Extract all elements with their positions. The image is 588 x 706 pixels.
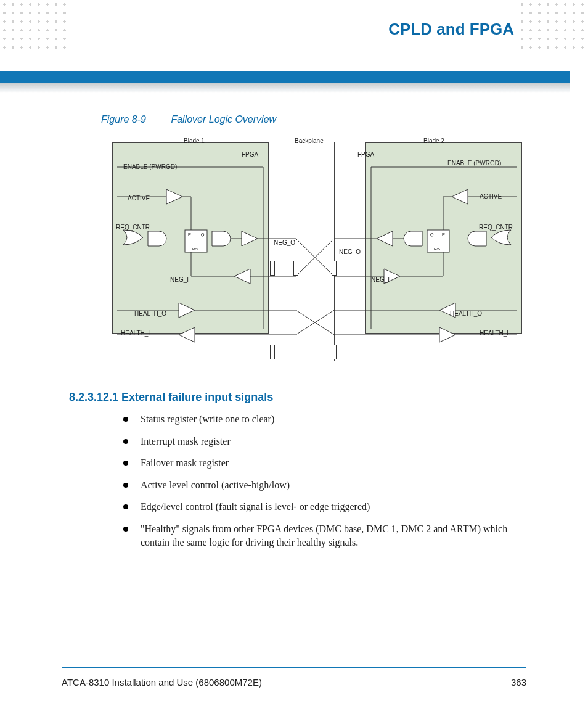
svg-text:R/S: R/S <box>192 247 198 251</box>
neg-o-right-label: NEG_O <box>339 248 361 255</box>
svg-marker-23 <box>179 327 195 342</box>
svg-text:R/S: R/S <box>434 247 440 251</box>
list-item: Status register (write one to clear) <box>123 413 526 426</box>
svg-marker-10 <box>242 231 258 246</box>
list-item: Failover mask register <box>123 456 526 470</box>
svg-marker-29 <box>452 189 468 204</box>
header-gradient <box>0 83 570 93</box>
svg-text:Q: Q <box>430 232 434 237</box>
figure-title: Failover Logic Overview <box>171 114 276 125</box>
health-i-right-label: HEALTH_I <box>480 330 508 337</box>
health-o-left-label: HEALTH_O <box>134 310 166 317</box>
chapter-title: CPLD and FPGA <box>388 20 514 39</box>
fpga-left-label: FPGA <box>242 151 258 158</box>
neg-i-right-label: NEG_I <box>371 276 390 283</box>
section-heading: 8.2.3.12.1 External failure input signal… <box>69 391 526 404</box>
neg-o-left-label: NEG_O <box>274 239 295 246</box>
svg-marker-47 <box>439 327 455 342</box>
req-cntr-right-label: REQ_CNTR <box>479 224 513 231</box>
figure-caption: Figure 8-9 Failover Logic Overview <box>101 114 526 125</box>
footer-page-number: 363 <box>511 677 526 688</box>
enable-right-label: ENABLE (PWRGD) <box>447 160 501 166</box>
page: CPLD and FPGA Figure 8-9 Failover Logic … <box>0 0 588 706</box>
content-area: Figure 8-9 Failover Logic Overview <box>62 114 526 557</box>
neg-i-left-label: NEG_I <box>170 276 189 283</box>
fpga-right-label: FPGA <box>357 151 374 158</box>
enable-left-label: ENABLE (PWRGD) <box>123 163 177 170</box>
svg-marker-14 <box>234 269 250 284</box>
header-bar <box>0 71 570 83</box>
svg-marker-37 <box>377 231 393 246</box>
svg-marker-19 <box>179 303 195 318</box>
footer-doc-title: ATCA-8310 Installation and Use (6806800M… <box>62 677 262 688</box>
footer-rule <box>62 667 526 668</box>
figure-number: Figure 8-9 <box>101 114 146 125</box>
resistor-icon <box>332 345 337 359</box>
resistor-icon <box>332 261 337 276</box>
blade-2-label: Blade 2 <box>423 138 444 144</box>
svg-text:Q: Q <box>201 232 205 237</box>
health-i-left-label: HEALTH_I <box>121 330 150 337</box>
resistor-icon <box>293 261 298 276</box>
resistor-icon <box>270 345 275 359</box>
svg-marker-2 <box>166 189 182 204</box>
bullet-list: Status register (write one to clear) Int… <box>123 413 526 549</box>
health-o-right-label: HEALTH_O <box>450 310 482 317</box>
resistor-icon <box>270 261 275 276</box>
list-item: Interrupt mask register <box>123 435 526 448</box>
backplane-label: Backplane <box>295 138 324 144</box>
req-cntr-left-label: REQ_CNTR <box>116 224 150 231</box>
blade-1-label: Blade 1 <box>184 138 205 144</box>
svg-text:R: R <box>188 232 191 237</box>
active-left-label: ACTIVE <box>128 195 150 202</box>
active-right-label: ACTIVE <box>480 193 502 200</box>
logic-gates-svg: R Q R/S <box>112 138 522 363</box>
section-title: External failure input signals <box>121 391 273 403</box>
svg-text:R: R <box>442 232 445 237</box>
list-item: Active level control (active-high/low) <box>123 478 526 492</box>
section-number: 8.2.3.12.1 <box>69 391 118 403</box>
footer: ATCA-8310 Installation and Use (6806800M… <box>62 677 526 688</box>
failover-diagram: R Q R/S <box>112 138 522 363</box>
list-item: Edge/level control (fault signal is leve… <box>123 500 526 514</box>
list-item: "Healthy" signals from other FPGA device… <box>123 522 526 549</box>
